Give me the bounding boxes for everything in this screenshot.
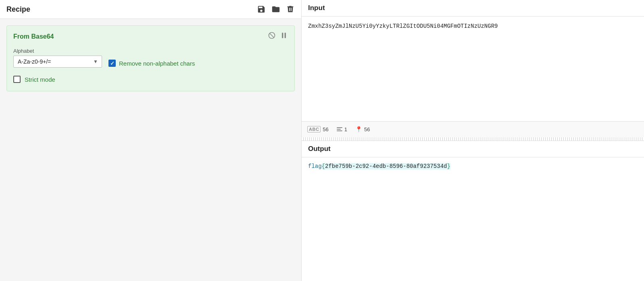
svg-rect-2 bbox=[282, 33, 283, 38]
folder-icon[interactable] bbox=[271, 5, 280, 14]
operation-name: From Base64 bbox=[13, 33, 54, 40]
alphabet-select[interactable]: A-Za-z0-9+/=A-Za-z0-9-_Custom bbox=[13, 56, 102, 68]
input-section: Input ZmxhZ3syZmJlNzU5Yi0yYzkyLTRlZGItOD… bbox=[302, 0, 644, 141]
input-title: Input bbox=[308, 4, 325, 12]
char-count-value: 56 bbox=[323, 126, 328, 132]
input-status-bar: ABC 56 1 📍 56 bbox=[302, 121, 644, 137]
selection-value: 56 bbox=[364, 126, 370, 132]
pin-icon: 📍 bbox=[355, 126, 362, 132]
output-title: Output bbox=[308, 145, 331, 153]
output-flag-keyword: flag bbox=[308, 163, 322, 169]
trash-icon[interactable] bbox=[286, 5, 295, 14]
operation-card: From Base64 Alphabet A-Za-z0-9+/=A-Za-z0… bbox=[6, 25, 295, 91]
char-count-item: ABC 56 bbox=[307, 126, 329, 132]
input-text-area[interactable]: ZmxhZ3syZmJlNzU5Yi0yYzkyLTRlZGItODU5Ni04… bbox=[302, 17, 644, 121]
input-value: ZmxhZ3syZmJlNzU5Yi0yYzkyLTRlZGItODU5Ni04… bbox=[308, 23, 498, 29]
alphabet-field: Alphabet A-Za-z0-9+/=A-Za-z0-9-_Custom ▼ bbox=[13, 48, 102, 68]
remove-nonalpha-label: Remove non-alphabet chars bbox=[119, 60, 195, 67]
lines-icon bbox=[337, 127, 342, 131]
save-icon[interactable] bbox=[257, 5, 266, 14]
strict-mode-label: Strict mode bbox=[25, 76, 55, 83]
output-brace-close: } bbox=[447, 163, 450, 169]
pause-icon[interactable] bbox=[280, 31, 288, 41]
svg-line-1 bbox=[270, 33, 274, 37]
alphabet-select-wrapper: A-Za-z0-9+/=A-Za-z0-9-_Custom ▼ bbox=[13, 56, 102, 68]
strict-mode-checkbox[interactable] bbox=[13, 76, 21, 83]
disable-icon[interactable] bbox=[268, 31, 276, 41]
recipe-header: Recipe bbox=[0, 0, 301, 19]
alphabet-label: Alphabet bbox=[13, 48, 102, 54]
recipe-content: From Base64 Alphabet A-Za-z0-9+/=A-Za-z0… bbox=[0, 19, 301, 281]
remove-nonalpha-checkbox[interactable] bbox=[108, 60, 116, 67]
recipe-title: Recipe bbox=[6, 5, 30, 14]
line-count-value: 1 bbox=[344, 126, 347, 132]
operation-header-icons bbox=[268, 31, 288, 41]
output-text-area: flag{2fbe759b-2c92-4edb-8596-80af9237534… bbox=[302, 157, 644, 281]
output-brace-open: { bbox=[322, 163, 325, 169]
abc-icon: ABC bbox=[307, 126, 321, 132]
svg-rect-3 bbox=[285, 33, 286, 38]
output-section: Output flag{2fbe759b-2c92-4edb-8596-80af… bbox=[302, 141, 644, 281]
output-content: flag{2fbe759b-2c92-4edb-8596-80af9237534… bbox=[308, 163, 450, 169]
selection-item: 📍 56 bbox=[355, 126, 370, 132]
output-header: Output bbox=[302, 141, 644, 157]
resize-handle[interactable] bbox=[302, 137, 644, 140]
io-panel: Input ZmxhZ3syZmJlNzU5Yi0yYzkyLTRlZGItOD… bbox=[302, 0, 644, 281]
recipe-panel: Recipe From Base64 bbox=[0, 0, 302, 281]
remove-nonalpha-row: Remove non-alphabet chars bbox=[108, 60, 195, 68]
output-flag-content: 2fbe759b-2c92-4edb-8596-80af9237534d bbox=[325, 163, 447, 169]
operation-header: From Base64 bbox=[13, 31, 288, 41]
strict-mode-row: Strict mode bbox=[13, 76, 288, 83]
alphabet-row: Alphabet A-Za-z0-9+/=A-Za-z0-9-_Custom ▼… bbox=[13, 48, 288, 68]
input-header: Input bbox=[302, 0, 644, 17]
recipe-header-icons bbox=[257, 5, 295, 14]
line-count-item: 1 bbox=[337, 126, 347, 132]
